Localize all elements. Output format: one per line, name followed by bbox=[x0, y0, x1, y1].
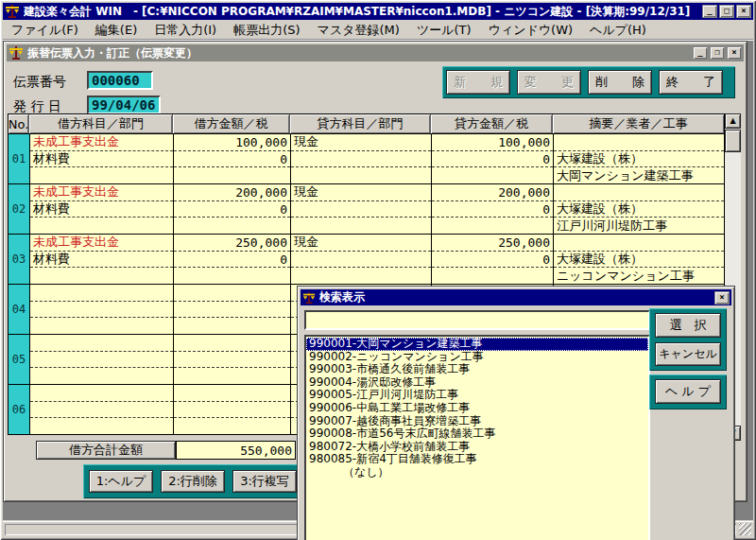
cell-debit-account[interactable]: 未成工事支出金 bbox=[30, 184, 173, 200]
child-close-button[interactable]: × bbox=[727, 46, 742, 60]
menu-item-master-registration[interactable]: マスタ登録(M) bbox=[309, 20, 408, 41]
scroll-up-button[interactable]: ▲ bbox=[725, 113, 741, 129]
cell-project[interactable]: 大岡マンション建築工事 bbox=[554, 166, 724, 183]
search-result-item[interactable]: 990005-江戸川河川堤防工事 bbox=[306, 389, 648, 402]
change-button[interactable]: 変 更 bbox=[517, 70, 581, 95]
cell-credit-tax[interactable]: 0 bbox=[432, 251, 553, 268]
cell-credit-dept[interactable] bbox=[291, 251, 431, 268]
cell-debit-sub[interactable] bbox=[30, 267, 173, 284]
menu-item-report-output[interactable]: 帳票出力(S) bbox=[225, 20, 308, 41]
cell-memo[interactable] bbox=[554, 184, 724, 200]
menu-item-file[interactable]: ファイル(F) bbox=[3, 20, 87, 41]
cell-vendor[interactable]: 大塚建設（株） bbox=[554, 200, 724, 218]
cell-credit-account[interactable]: 現金 bbox=[291, 235, 431, 251]
cell-credit-amount-sub[interactable] bbox=[432, 217, 553, 234]
cell-credit-dept[interactable] bbox=[291, 200, 431, 218]
new-button[interactable]: 新 規 bbox=[446, 70, 510, 95]
cell-debit-amount[interactable] bbox=[174, 335, 290, 351]
child-minimize-button[interactable]: _ bbox=[693, 46, 708, 60]
cell-credit-sub[interactable] bbox=[291, 267, 431, 284]
cell-credit-amount-sub[interactable] bbox=[432, 267, 553, 284]
cell-vendor[interactable]: 大塚建設（株） bbox=[554, 150, 724, 167]
cell-debit-account[interactable] bbox=[30, 385, 173, 401]
cell-debit-account[interactable] bbox=[30, 285, 173, 301]
cell-credit-sub[interactable] bbox=[291, 166, 431, 183]
cell-debit-dept[interactable] bbox=[30, 301, 173, 318]
issue-date-field[interactable]: 99/04/06 bbox=[87, 96, 161, 114]
cell-debit-amount-sub[interactable] bbox=[174, 417, 290, 434]
cell-debit-account[interactable] bbox=[30, 335, 173, 351]
cell-credit-sub[interactable] bbox=[291, 217, 431, 234]
search-result-item[interactable]: 990006-中島工業工場改修工事 bbox=[306, 402, 648, 415]
fkey-delete-row-button[interactable]: 2:行削除 bbox=[161, 470, 225, 493]
search-input[interactable] bbox=[304, 310, 650, 330]
cell-debit-tax[interactable]: 0 bbox=[174, 251, 290, 268]
cell-debit-dept[interactable] bbox=[30, 351, 173, 368]
cell-debit-tax[interactable] bbox=[174, 301, 290, 318]
cell-debit-amount[interactable] bbox=[174, 285, 290, 301]
voucher-number-field[interactable]: 000060 bbox=[87, 71, 153, 90]
delete-button[interactable]: 削 除 bbox=[588, 70, 652, 95]
menu-item-window[interactable]: ウィンドウ(W) bbox=[480, 20, 582, 41]
cell-credit-amount[interactable]: 200,000 bbox=[432, 184, 553, 200]
cell-debit-amount-sub[interactable] bbox=[174, 367, 290, 384]
search-result-item[interactable]: （なし） bbox=[306, 466, 648, 479]
cell-credit-tax[interactable]: 0 bbox=[432, 150, 553, 167]
cell-debit-sub[interactable] bbox=[30, 217, 173, 234]
cell-debit-sub[interactable] bbox=[30, 317, 173, 334]
cell-memo[interactable] bbox=[554, 235, 724, 251]
menu-item-tools[interactable]: ツール(T) bbox=[408, 20, 480, 41]
cell-vendor[interactable]: 大塚建設（株） bbox=[554, 251, 724, 268]
cell-debit-dept[interactable] bbox=[30, 401, 173, 418]
cell-project[interactable]: ニッコンマンション工事 bbox=[554, 267, 724, 284]
cell-debit-tax[interactable]: 0 bbox=[174, 200, 290, 218]
menu-item-help[interactable]: ヘルプ(H) bbox=[581, 20, 655, 41]
cell-memo[interactable] bbox=[554, 134, 724, 150]
cell-debit-amount[interactable]: 200,000 bbox=[174, 184, 290, 200]
search-result-item[interactable]: 980072-大橋小学校前舗装工事 bbox=[306, 441, 648, 454]
cell-credit-amount-sub[interactable] bbox=[432, 166, 553, 183]
cell-debit-amount-sub[interactable] bbox=[174, 267, 290, 284]
select-button[interactable]: 選 択 bbox=[655, 313, 721, 338]
minimize-button[interactable]: _ bbox=[702, 5, 717, 18]
cell-project[interactable]: 江戸川河川堤防工事 bbox=[554, 217, 724, 234]
child-restore-button[interactable]: ❐ bbox=[710, 46, 725, 60]
cell-credit-account[interactable]: 現金 bbox=[291, 134, 431, 150]
resize-grip[interactable] bbox=[739, 523, 751, 535]
cell-debit-amount-sub[interactable] bbox=[174, 317, 290, 334]
cell-debit-tax[interactable]: 0 bbox=[174, 150, 290, 167]
search-result-item[interactable]: 990004-湯沢邸改修工事 bbox=[306, 376, 648, 390]
cell-debit-dept[interactable]: 材料費 bbox=[30, 251, 173, 268]
cell-debit-sub[interactable] bbox=[30, 166, 173, 183]
cell-debit-dept[interactable]: 材料費 bbox=[30, 200, 173, 218]
search-result-item[interactable]: 990001-大岡マンション建築工事 bbox=[306, 338, 648, 351]
exit-button[interactable]: 終 了 bbox=[659, 70, 723, 95]
search-result-item[interactable]: 980085-新宿4丁目舗装修復工事 bbox=[306, 453, 648, 466]
close-button[interactable]: × bbox=[736, 5, 751, 18]
help-button[interactable]: ヘ ル プ bbox=[655, 379, 721, 404]
table-row[interactable]: 02 未成工事支出金材料費 200,0000 現金 200,0000 大塚建設（… bbox=[9, 183, 724, 234]
cell-credit-tax[interactable]: 0 bbox=[432, 200, 553, 218]
cell-credit-amount[interactable]: 100,000 bbox=[432, 134, 553, 150]
fkey-copy-row-button[interactable]: 3:行複写 bbox=[232, 470, 297, 493]
cell-debit-sub[interactable] bbox=[30, 367, 173, 384]
cell-debit-account[interactable]: 未成工事支出金 bbox=[30, 235, 173, 251]
cell-credit-amount[interactable]: 250,000 bbox=[432, 235, 553, 251]
table-row[interactable]: 03 未成工事支出金材料費 250,0000 現金 250,0000 大塚建設（… bbox=[9, 234, 724, 284]
search-dialog-close-button[interactable]: × bbox=[714, 291, 730, 305]
cell-debit-dept[interactable]: 材料費 bbox=[30, 150, 173, 167]
cell-debit-account[interactable]: 未成工事支出金 bbox=[30, 134, 173, 150]
search-result-list[interactable]: 990001-大岡マンション建築工事 990002-ニッコンマンション工事 99… bbox=[304, 335, 650, 540]
cell-debit-tax[interactable] bbox=[174, 401, 290, 418]
menu-item-daily-input[interactable]: 日常入力(I) bbox=[146, 20, 225, 41]
cell-debit-sub[interactable] bbox=[30, 417, 173, 434]
table-row[interactable]: 01 未成工事支出金材料費 100,0000 現金 100,0000 大塚建設（… bbox=[9, 133, 724, 183]
menu-item-edit[interactable]: 編集(E) bbox=[87, 20, 146, 41]
cell-debit-amount[interactable]: 250,000 bbox=[174, 235, 290, 251]
search-result-item[interactable]: 990007-越後商事社員寮増築工事 bbox=[306, 415, 648, 428]
cell-debit-amount[interactable] bbox=[174, 385, 290, 401]
search-result-item[interactable]: 990008-市道56号末広町線舗装工事 bbox=[306, 427, 648, 441]
cell-debit-tax[interactable] bbox=[174, 351, 290, 368]
cell-debit-amount-sub[interactable] bbox=[174, 217, 290, 234]
cell-debit-amount-sub[interactable] bbox=[174, 166, 290, 183]
